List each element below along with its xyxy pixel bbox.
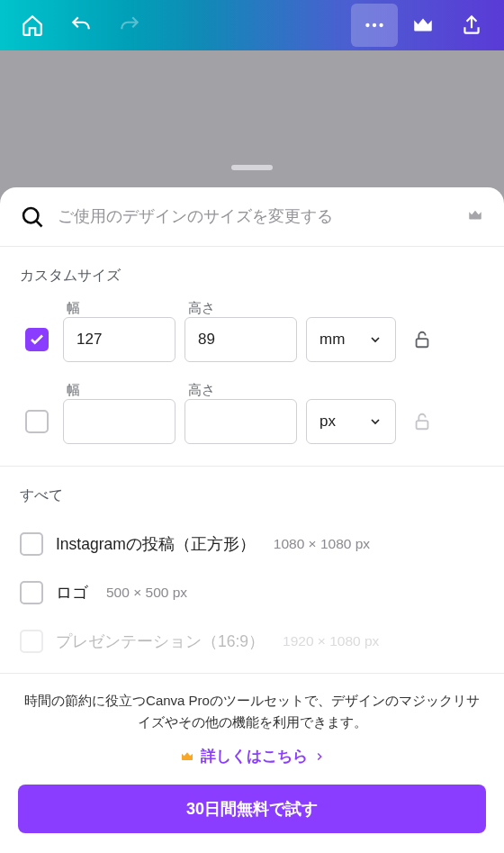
- crown-icon: [466, 207, 484, 223]
- cta-label: 30日間無料で試す: [186, 798, 318, 820]
- preset-title: プレゼンテーション（16:9）: [56, 631, 265, 652]
- size-row-2-width-input[interactable]: [63, 399, 176, 444]
- preset-dims: 1920 × 1080 px: [283, 633, 379, 649]
- size-row-1-unit-select[interactable]: mm: [306, 317, 396, 362]
- editor-top-bar: [0, 0, 504, 50]
- preset-title: ロゴ: [56, 582, 88, 603]
- width-label: 幅: [63, 300, 176, 317]
- size-preset-item[interactable]: ロゴ 500 × 500 px: [0, 568, 504, 617]
- share-icon: [460, 14, 483, 37]
- preset-dims: 500 × 500 px: [106, 585, 187, 601]
- svg-rect-6: [417, 421, 428, 429]
- share-button[interactable]: [448, 4, 495, 47]
- size-preset-item[interactable]: プレゼンテーション（16:9） 1920 × 1080 px: [0, 617, 504, 666]
- chevron-down-icon: [368, 332, 382, 347]
- preset-checkbox[interactable]: [20, 581, 43, 604]
- size-row-2-unit-select[interactable]: px: [306, 399, 396, 444]
- unit-label: px: [320, 413, 336, 431]
- search-input[interactable]: [58, 207, 466, 226]
- trial-cta-button[interactable]: 30日間無料で試す: [18, 785, 486, 833]
- promo-text: 時間の節約に役立つCanva Proのツールセットで、デザインのマジックリサイズ…: [18, 690, 486, 735]
- size-row-2-checkbox[interactable]: [25, 410, 49, 433]
- preset-dims: 1080 × 1080 px: [274, 536, 370, 552]
- size-preset-item[interactable]: Instagramの投稿（正方形） 1080 × 1080 px: [0, 520, 504, 568]
- pro-button[interactable]: [400, 4, 446, 47]
- svg-point-2: [379, 23, 382, 27]
- search-icon: [20, 204, 45, 230]
- preset-title: Instagramの投稿（正方形）: [56, 533, 256, 555]
- promo-footer: 時間の節約に役立つCanva Proのツールセットで、デザインのマジックリサイズ…: [0, 673, 504, 854]
- preset-checkbox[interactable]: [20, 532, 43, 556]
- svg-line-4: [37, 221, 42, 226]
- search-row: [0, 187, 504, 247]
- crown-icon: [179, 749, 195, 764]
- undo-icon: [69, 14, 93, 37]
- unit-label: mm: [320, 331, 345, 349]
- resize-sheet: カスタムサイズ 幅 高さ mm 幅 高さ: [0, 187, 504, 853]
- svg-point-1: [373, 23, 376, 27]
- home-button[interactable]: [9, 4, 56, 47]
- svg-rect-5: [417, 339, 428, 347]
- height-label: 高さ: [184, 300, 297, 317]
- sheet-handle-area: [0, 165, 504, 170]
- crown-icon: [411, 14, 435, 37]
- learn-more-label: 詳しくはこちら: [201, 747, 308, 767]
- size-row-1-checkbox[interactable]: [25, 328, 49, 351]
- height-label-2: 高さ: [184, 382, 297, 399]
- width-label-2: 幅: [63, 382, 176, 399]
- all-heading: すべて: [0, 467, 504, 520]
- sheet-handle[interactable]: [231, 165, 273, 170]
- redo-button[interactable]: [106, 4, 153, 47]
- svg-point-3: [23, 208, 38, 222]
- svg-point-0: [365, 23, 369, 27]
- size-row-2-height-input[interactable]: [184, 399, 297, 444]
- chevron-right-icon: [313, 750, 326, 763]
- home-icon: [21, 14, 44, 37]
- chevron-down-icon: [368, 414, 382, 429]
- sheet-content: カスタムサイズ 幅 高さ mm 幅 高さ: [0, 247, 504, 673]
- check-icon: [29, 331, 45, 348]
- redo-icon: [118, 14, 141, 37]
- undo-button[interactable]: [58, 4, 104, 47]
- pro-indicator: [466, 207, 484, 227]
- custom-size-heading: カスタムサイズ: [0, 247, 504, 300]
- size-row-1-height-input[interactable]: [184, 317, 297, 362]
- more-button[interactable]: [351, 4, 398, 47]
- more-icon: [363, 14, 386, 37]
- size-row-1-width-input[interactable]: [63, 317, 176, 362]
- unlock-icon[interactable]: [412, 330, 432, 349]
- learn-more-link[interactable]: 詳しくはこちら: [18, 747, 486, 767]
- preset-checkbox[interactable]: [20, 630, 43, 653]
- unlock-icon: [412, 412, 432, 431]
